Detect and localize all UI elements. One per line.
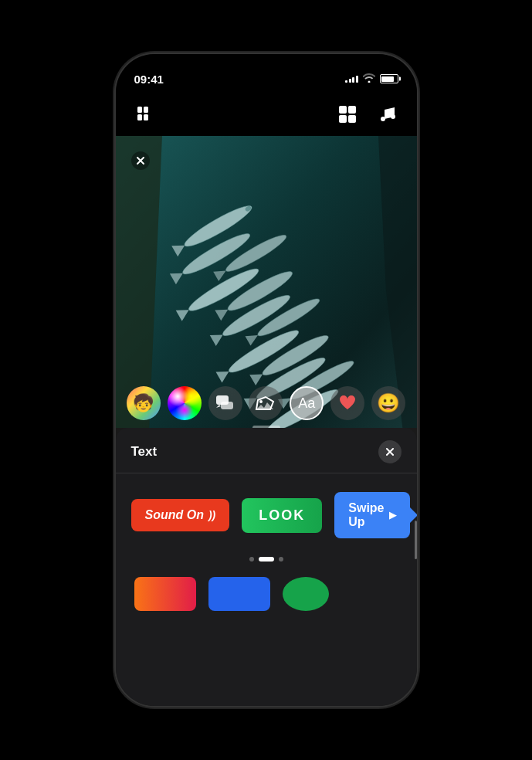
layout-button[interactable] (334, 100, 361, 128)
svg-rect-4 (339, 106, 347, 114)
blue-sticker[interactable] (208, 577, 270, 611)
status-icons (345, 73, 398, 85)
chat-button[interactable] (208, 386, 242, 420)
swipe-up-sticker[interactable]: Swipe Up ▶ (334, 492, 409, 538)
toolbar-right (334, 100, 402, 128)
text-tool-button[interactable]: Aa (290, 386, 324, 420)
status-time: 09:41 (134, 73, 164, 86)
sheet-close-button[interactable] (378, 440, 402, 463)
music-button[interactable] (374, 100, 402, 128)
svg-rect-40 (221, 402, 233, 409)
annotation-arrow (415, 521, 417, 559)
wifi-icon (363, 73, 375, 85)
battery-icon (380, 74, 398, 83)
sticker-row-main: Sound On )) LOOK Swipe Up ▶ (131, 492, 402, 538)
green-sticker[interactable] (283, 577, 329, 611)
emoji-face: 😀 (377, 392, 400, 414)
close-button[interactable] (128, 148, 153, 173)
memoji-button[interactable]: 🧒 (127, 386, 161, 420)
top-toolbar (116, 93, 417, 136)
colors-button[interactable] (168, 386, 202, 420)
svg-rect-7 (348, 115, 356, 123)
sound-wave-icon: )) (208, 509, 215, 521)
emoji-button[interactable]: 😀 (371, 386, 405, 420)
red-sticker[interactable] (134, 577, 196, 611)
svg-rect-5 (348, 106, 356, 114)
shapes-button[interactable] (330, 386, 364, 420)
bottom-sheet: Text Sound On )) LOOK (116, 428, 417, 706)
svg-rect-3 (144, 114, 148, 120)
signal-icon (345, 76, 358, 83)
page-dots (131, 557, 402, 562)
sheet-header: Text (116, 428, 417, 473)
sticker-row-bottom (131, 577, 402, 611)
svg-rect-2 (137, 114, 142, 120)
phone-frame: 09:41 (116, 54, 417, 706)
swipe-up-label: Swipe Up (348, 501, 384, 529)
svg-point-8 (381, 117, 385, 121)
svg-marker-41 (216, 405, 221, 408)
svg-rect-0 (137, 107, 142, 113)
svg-point-43 (259, 400, 263, 403)
stickers-button[interactable] (249, 386, 283, 420)
look-sticker[interactable]: LOOK (242, 498, 322, 533)
page-dot-1[interactable] (249, 557, 254, 562)
arrow-right-icon: ▶ (389, 510, 396, 521)
sheet-title: Text (131, 444, 158, 460)
page-dot-3[interactable] (279, 557, 283, 562)
sound-on-sticker[interactable]: Sound On )) (131, 499, 230, 531)
sheet-content: Sound On )) LOOK Swipe Up ▶ (116, 473, 417, 706)
look-label: LOOK (259, 507, 305, 523)
page-dot-2[interactable] (259, 557, 274, 562)
text-tool-label: Aa (298, 395, 315, 412)
svg-rect-1 (144, 107, 148, 113)
svg-rect-6 (339, 115, 347, 123)
svg-point-9 (391, 114, 395, 119)
sound-on-label: Sound On (145, 508, 204, 522)
svg-marker-42 (256, 402, 273, 409)
bottom-toolbar: 🧒 Aa (116, 378, 417, 428)
delete-button[interactable] (131, 100, 159, 128)
notch (216, 54, 317, 77)
